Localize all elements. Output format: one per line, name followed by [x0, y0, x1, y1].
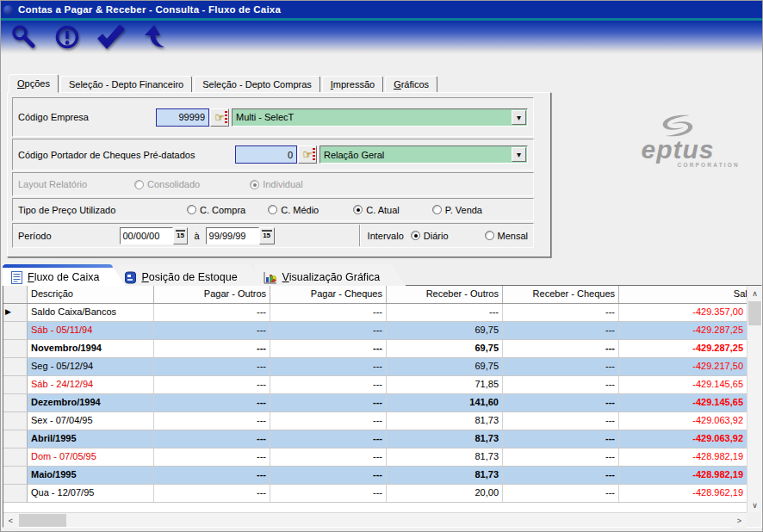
tab-graficos[interactable]: Gráficos	[385, 76, 437, 93]
cell-pagar-cheques: ---	[270, 394, 387, 411]
empresa-combobox[interactable]: Multi - SelecT	[232, 108, 528, 127]
periodo-from-input[interactable]	[120, 227, 173, 244]
scroll-left-icon[interactable]: <	[3, 513, 18, 528]
cell-receber-cheques: ---	[503, 322, 619, 339]
table-row[interactable]: Seg - 05/12/94 --- --- 69,75 --- -429.21…	[3, 358, 747, 376]
calendar-icon[interactable]: 15	[173, 227, 189, 244]
row-indicator: ▶	[3, 304, 28, 321]
cell-pagar-cheques: ---	[270, 340, 387, 357]
cell-pagar-outros: ---	[154, 304, 270, 321]
codigo-portador-input[interactable]	[235, 145, 297, 164]
search-icon	[9, 24, 37, 50]
chevron-down-icon[interactable]	[512, 147, 526, 162]
cell-saldo: -429.357,00	[619, 304, 747, 321]
cell-saldo: -429.145,65	[619, 376, 747, 393]
exit-button[interactable]	[140, 22, 171, 52]
tab-selecao-depto-compras[interactable]: Seleção - Depto Compras	[194, 76, 320, 93]
table-row[interactable]: Dom - 07/05/95 --- --- 81,73 --- -428.98…	[3, 448, 747, 467]
row-indicator	[3, 467, 28, 484]
tab-selecao-depto-financeiro[interactable]: Seleção - Depto Financeiro	[60, 76, 192, 93]
cash-flow-grid: Descrição Pagar - Outros Pagar - Cheques…	[3, 285, 762, 528]
cell-pagar-outros: ---	[154, 412, 270, 430]
table-row[interactable]: Dezembro/1994 --- --- 141,60 --- -429.14…	[3, 394, 747, 412]
cell-receber-cheques: ---	[503, 412, 619, 430]
table-row[interactable]: Sáb - 05/11/94 --- --- 69,75 --- -429.28…	[3, 322, 747, 340]
vertical-scrollbar[interactable]: ∧ ∨	[747, 286, 761, 512]
chevron-down-icon[interactable]	[512, 110, 526, 125]
cell-descricao: Abril/1995	[28, 430, 154, 448]
header-receber-cheques: Receber - Cheques	[503, 286, 619, 303]
periodo-to-input[interactable]	[206, 227, 259, 244]
tab-label: Visualização Gráfica	[282, 271, 381, 283]
periodo-label: Período	[18, 231, 120, 241]
row-indicator	[3, 485, 28, 502]
radio-c-compra[interactable]: C. Compra	[187, 205, 245, 215]
cell-pagar-cheques: ---	[270, 467, 387, 484]
radio-p-venda[interactable]: P. Venda	[432, 205, 482, 215]
table-row[interactable]: Sex - 07/04/95 --- --- 81,73 --- -429.06…	[3, 412, 747, 430]
table-row[interactable]: Maio/1995 --- --- 81,73 --- -428.982,19	[3, 467, 747, 485]
radio-consolidado: Consolidado	[134, 179, 200, 189]
tab-fluxo-de-caixa[interactable]: Fluxo de Caixa	[3, 264, 125, 286]
grid-body: ▶ Saldo Caixa/Bancos --- --- --- --- -42…	[3, 304, 747, 512]
search-button[interactable]	[8, 22, 39, 52]
radio-label: Individual	[263, 179, 302, 189]
checkmark-icon	[96, 24, 126, 50]
tab-label: Opções	[17, 78, 50, 89]
tab-opcoes[interactable]: Opções	[9, 74, 59, 93]
eptus-brand-text: eptus	[604, 140, 752, 160]
tab-posicao-de-estoque[interactable]: Posição de Estoque	[116, 264, 263, 286]
cell-saldo: -429.063,92	[619, 430, 747, 448]
radio-diario[interactable]: Diário	[411, 231, 449, 241]
cell-descricao: Dom - 07/05/95	[28, 448, 154, 466]
cell-receber-outros: 141,60	[387, 394, 503, 411]
cell-pagar-cheques: ---	[270, 376, 387, 393]
info-button[interactable]	[52, 22, 83, 52]
cell-saldo: -429.063,92	[619, 412, 747, 430]
radio-dot	[485, 231, 494, 240]
horizontal-scrollbar[interactable]: < >	[3, 512, 747, 527]
tab-visualizacao-grafica[interactable]: Visualização Gráfica	[255, 264, 406, 286]
cell-pagar-outros: ---	[154, 485, 270, 502]
tab-impressao[interactable]: Impressão	[322, 76, 383, 93]
radio-mensal[interactable]: Mensal	[485, 231, 528, 241]
header-saldo: Saldo	[619, 286, 761, 303]
codigo-portador-label: Código Portador de Cheques Pré-datados	[18, 150, 235, 160]
table-row[interactable]: ▶ Saldo Caixa/Bancos --- --- --- --- -42…	[3, 304, 747, 322]
codigo-empresa-input[interactable]	[156, 108, 209, 127]
confirm-button[interactable]	[96, 22, 127, 52]
scroll-down-icon[interactable]: ∨	[747, 498, 762, 512]
cell-descricao: Sáb - 24/12/94	[28, 376, 154, 393]
cell-receber-outros: 81,73	[387, 412, 503, 430]
chart-icon	[264, 271, 277, 284]
calendar-icon[interactable]: 15	[259, 227, 275, 244]
options-panel: Código Empresa Multi - SelecT Código Por…	[7, 92, 551, 257]
portador-combobox-value: Relação Geral	[324, 150, 511, 160]
scroll-up-icon[interactable]: ∧	[747, 286, 762, 300]
cell-receber-cheques: ---	[503, 376, 619, 393]
codigo-empresa-lookup-button[interactable]	[210, 108, 229, 127]
vertical-scroll-thumb[interactable]	[748, 301, 761, 325]
radio-label: C. Compra	[200, 205, 245, 215]
portador-combobox[interactable]: Relação Geral	[319, 145, 528, 164]
radio-label: Mensal	[498, 231, 528, 241]
cell-receber-outros: ---	[387, 304, 503, 321]
scroll-right-icon[interactable]: >	[732, 513, 747, 528]
table-row[interactable]: Sáb - 24/12/94 --- --- 71,85 --- -429.14…	[3, 376, 747, 394]
radio-label: C. Médio	[281, 205, 319, 215]
table-row[interactable]: Abril/1995 --- --- 81,73 --- -429.063,92	[3, 430, 747, 448]
codigo-portador-lookup-button[interactable]	[298, 145, 317, 164]
horizontal-scroll-thumb[interactable]	[19, 514, 66, 527]
cell-descricao: Sex - 07/04/95	[28, 412, 154, 430]
empresa-combobox-value: Multi - SelecT	[236, 112, 511, 122]
cell-saldo: -428.982,19	[619, 448, 747, 466]
cell-pagar-cheques: ---	[270, 322, 387, 339]
stock-icon	[125, 271, 136, 284]
radio-c-medio[interactable]: C. Médio	[268, 205, 319, 215]
layout-relatorio-label: Layout Relatório	[18, 179, 134, 189]
radio-c-atual[interactable]: C. Atual	[353, 205, 400, 215]
table-row[interactable]: Qua - 12/07/95 --- --- 20,00 --- -428.96…	[3, 485, 747, 503]
row-indicator	[3, 322, 28, 339]
eptus-logo: eptus CORPORATION	[604, 113, 752, 175]
table-row[interactable]: Novembro/1994 --- --- 69,75 --- -429.287…	[3, 340, 747, 358]
